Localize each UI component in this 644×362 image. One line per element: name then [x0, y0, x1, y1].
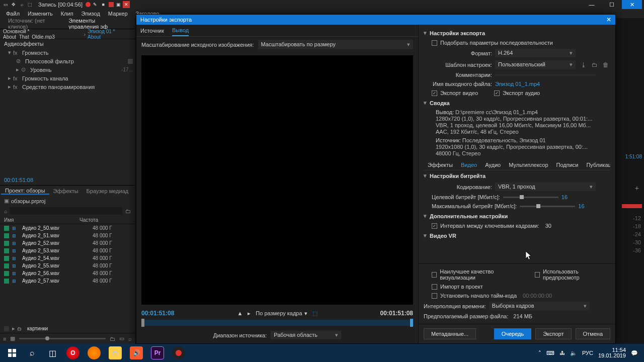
- target-bitrate-value[interactable]: 16: [561, 194, 568, 200]
- tab-publish[interactable]: Публикац: [582, 160, 610, 170]
- format-dropdown[interactable]: H.264▾: [495, 49, 576, 57]
- timecode-in[interactable]: 00:01:51:08: [141, 310, 174, 317]
- output-filename-link[interactable]: Эпизод 01_1.mp4: [495, 81, 540, 87]
- tab-source-preview[interactable]: Источник: [140, 26, 164, 36]
- view-thumb-icon[interactable]: ▦: [10, 335, 15, 342]
- cancel-button[interactable]: Отмена: [576, 328, 610, 339]
- timecode-mini[interactable]: 00:01:51:08: [0, 175, 135, 185]
- window-maximize-button[interactable]: ☐: [602, 0, 622, 9]
- taskbar-firefox[interactable]: [84, 345, 104, 361]
- metadata-button[interactable]: Метаданные...: [424, 328, 476, 339]
- preset-dropdown[interactable]: Пользовательский▾: [495, 60, 576, 69]
- project-file-row[interactable]: ⊞Аудио 2_53.wav48 000 Г: [0, 247, 135, 254]
- tab-media-browser[interactable]: Браузер медиад: [83, 188, 133, 194]
- export-video-checkbox[interactable]: ✓: [432, 90, 437, 96]
- preset-delete-icon[interactable]: 🗑: [603, 61, 609, 68]
- tool-stop-icon[interactable]: ✕: [123, 1, 130, 8]
- taskbar-clock[interactable]: 11:5419.01.2019: [598, 347, 626, 358]
- view-list-icon[interactable]: ≡: [3, 336, 6, 342]
- task-view-button[interactable]: ◫: [42, 344, 62, 362]
- tab-source[interactable]: Источник: (нет клипов): [3, 18, 63, 30]
- export-audio-checkbox[interactable]: ✓: [494, 90, 500, 96]
- tray-up-icon[interactable]: ˄: [538, 350, 541, 356]
- target-bitrate-slider[interactable]: [503, 197, 558, 198]
- new-item-icon[interactable]: ▭: [119, 335, 124, 342]
- tool-pointer-icon[interactable]: ▭: [2, 1, 9, 8]
- tab-fx[interactable]: Эффекты: [424, 160, 457, 170]
- menu-file[interactable]: Файл: [2, 11, 24, 17]
- project-search-input[interactable]: [10, 207, 122, 215]
- taskbar-premiere[interactable]: Pr: [147, 345, 168, 361]
- preset-save-icon[interactable]: ⭳: [581, 61, 587, 68]
- use-preview-checkbox[interactable]: [535, 272, 540, 278]
- tab-output-preview[interactable]: Вывод: [172, 25, 189, 36]
- taskbar-opera[interactable]: O: [63, 345, 83, 361]
- tab-effects-controls[interactable]: Элементы управления эф: [63, 18, 132, 30]
- tab-video[interactable]: Видео: [457, 160, 481, 170]
- tray-network-icon[interactable]: 🖧: [559, 350, 565, 356]
- window-close-button[interactable]: ✕: [622, 0, 642, 9]
- tool-hand-icon[interactable]: ✥: [10, 1, 17, 8]
- timecode-out[interactable]: 00:01:51:08: [380, 310, 413, 317]
- tab-effects[interactable]: Эффекты: [49, 188, 83, 194]
- project-file-row[interactable]: ⊞Аудио 2_54.wav48 000 Г: [0, 254, 135, 262]
- project-file-row[interactable]: ⊞Аудио 2_51.wav48 000 Г: [0, 232, 135, 239]
- tray-volume-icon[interactable]: 🔈: [570, 350, 577, 356]
- tool-pencil-icon[interactable]: ✎: [92, 1, 99, 8]
- zoom-slider[interactable]: [19, 338, 106, 339]
- start-button[interactable]: [2, 344, 22, 362]
- encoding-dropdown[interactable]: VBR, 1 проход▾: [495, 183, 596, 191]
- fx-bypass[interactable]: ⊘Полосовой фильтр: [0, 57, 135, 65]
- window-minimize-button[interactable]: —: [582, 0, 602, 9]
- max-quality-checkbox[interactable]: [432, 272, 437, 278]
- menu-sequence[interactable]: Эпизод: [77, 11, 104, 17]
- keyframe-icon[interactable]: [128, 59, 133, 64]
- menu-marker[interactable]: Маркер: [104, 11, 132, 17]
- sequence-link[interactable]: Эпизод 01 * About_: [88, 29, 132, 40]
- tool-crop-icon[interactable]: ⬚: [26, 1, 33, 8]
- notifications-icon[interactable]: 💬: [631, 350, 638, 356]
- tool-zoom-icon[interactable]: ⌕: [18, 1, 25, 8]
- menu-clip[interactable]: Клип: [57, 11, 77, 17]
- dialog-close-button[interactable]: ✕: [606, 16, 611, 23]
- fx-level[interactable]: ▸⊙Уровень-17...: [0, 65, 135, 74]
- crop-icon[interactable]: ⬚: [312, 310, 317, 317]
- menu-edit[interactable]: Изменить: [24, 11, 57, 17]
- col-name[interactable]: Имя: [4, 217, 79, 223]
- tool-camera-icon[interactable]: ▣: [115, 1, 122, 8]
- folder-icon[interactable]: 🗀: [125, 208, 131, 214]
- queue-button[interactable]: Очередь: [494, 328, 532, 339]
- keyframe-value[interactable]: 30: [545, 223, 551, 229]
- comments-input[interactable]: [495, 74, 596, 76]
- new-bin-icon[interactable]: 🗀: [110, 336, 115, 342]
- zoom-in-icon[interactable]: +: [635, 184, 639, 192]
- tab-project[interactable]: Проект: обзоры: [1, 188, 49, 195]
- set-start-tc-checkbox[interactable]: [432, 293, 437, 299]
- folder-row[interactable]: ▸🗀картинки: [0, 324, 135, 333]
- project-file-row[interactable]: ⊞Аудио 2_50.wav48 000 Г: [0, 224, 135, 232]
- fx-panner[interactable]: ▸fxСредство панорамирования: [0, 82, 135, 91]
- search-icon[interactable]: ⌕: [128, 336, 132, 342]
- project-file-row[interactable]: ⊞Аудио 2_57.wav48 000 Г: [0, 277, 135, 285]
- tab-mux[interactable]: Мультиплексор: [505, 160, 552, 170]
- project-file-row[interactable]: ⊞Аудио 2_55.wav48 000 Г: [0, 262, 135, 269]
- range-slider[interactable]: [141, 320, 413, 326]
- tool-red-icon[interactable]: [109, 2, 114, 7]
- search-button[interactable]: ⌕: [22, 344, 42, 362]
- source-range-dropdown[interactable]: Рабочая область▾: [271, 331, 341, 339]
- import-project-checkbox[interactable]: [432, 284, 437, 290]
- step-button[interactable]: ▸: [248, 310, 251, 317]
- time-interpolation-dropdown[interactable]: Выборка кадров▾: [489, 302, 590, 310]
- project-file-row[interactable]: ⊞Аудио 2_52.wav48 000 Г: [0, 239, 135, 247]
- max-bitrate-value[interactable]: 16: [578, 203, 584, 209]
- col-freq[interactable]: Частота: [79, 217, 98, 223]
- fit-dropdown[interactable]: По размеру кадра▾: [256, 310, 307, 317]
- fx-channel-volume[interactable]: ▸fxГромкость канала: [0, 74, 135, 82]
- taskbar-recorder[interactable]: [169, 345, 189, 361]
- range-in-handle[interactable]: [141, 319, 144, 327]
- taskbar-explorer[interactable]: 🗀: [105, 345, 125, 361]
- export-button[interactable]: Экспорт: [535, 328, 571, 339]
- match-sequence-checkbox[interactable]: [432, 40, 437, 46]
- tray-language[interactable]: РУС: [582, 350, 593, 356]
- tray-keyboard-icon[interactable]: ⌨: [546, 350, 554, 356]
